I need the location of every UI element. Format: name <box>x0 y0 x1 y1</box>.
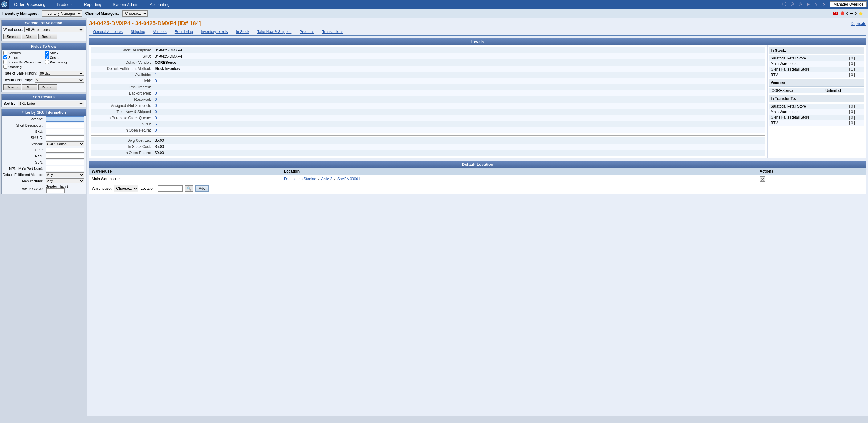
tab-shipping[interactable]: Shipping <box>127 28 149 35</box>
purchasing-checkbox[interactable] <box>45 60 49 64</box>
transfer-saratoga-name: Saratoga Retail Store <box>769 103 848 109</box>
results-select[interactable]: 5 10 25 50 <box>34 78 84 83</box>
minus-circle-icon[interactable]: ⊖ <box>805 1 812 8</box>
notif-count2: 0 <box>855 12 857 15</box>
sort-by-label: Sort By: <box>3 101 17 106</box>
checkbox-status-by-warehouse: Status By Warehouse <box>3 60 42 64</box>
vendors-section: Vendors CORESense Unlimited <box>769 79 864 93</box>
assigned-link[interactable]: 0 <box>155 103 157 108</box>
fields-clear-button[interactable]: Clear <box>22 85 37 90</box>
channel-manager-select[interactable]: Choose... <box>122 10 148 17</box>
sku-input[interactable] <box>45 129 85 134</box>
reserved-link[interactable]: 0 <box>155 97 157 102</box>
top-nav: C Order Processing Products Reporting Sy… <box>0 0 868 9</box>
field-value-po-queue: 0 <box>153 115 765 121</box>
sku-label: SKU: <box>2 128 44 135</box>
backordered-link[interactable]: 0 <box>155 91 157 96</box>
add-location-input[interactable] <box>158 186 183 192</box>
aisle-3-link[interactable]: Aisle 3 <box>321 177 332 181</box>
warehouse-clear-button[interactable]: Clear <box>22 34 37 39</box>
delete-location-icon[interactable]: ✕ <box>760 176 765 182</box>
cogs-prefix: Greater Than $ <box>45 185 68 188</box>
field-value-fulfillment: Stock Inventory <box>153 66 765 72</box>
distribution-staging-link[interactable]: Distribution Staging <box>284 177 316 181</box>
barcode-input[interactable] <box>45 116 85 122</box>
warehouse-btn-row: Search Clear Restore <box>2 33 86 41</box>
cogs-label: Default COGS: <box>2 184 44 194</box>
tab-take-now-shipped[interactable]: Take Now & Shipped <box>253 28 296 35</box>
transfer-rtv: RTV [ 0 ] <box>769 120 864 126</box>
stock-checkbox[interactable] <box>45 51 49 55</box>
in-po-link[interactable]: 6 <box>155 122 157 126</box>
status-by-warehouse-checkbox[interactable] <box>3 60 7 64</box>
vendors-checkbox[interactable] <box>3 51 7 55</box>
tab-in-stock[interactable]: In Stock <box>232 28 253 35</box>
clock-icon[interactable]: ⏱ <box>797 1 804 8</box>
transfer-saratoga: Saratoga Retail Store [ 0 ] <box>769 103 864 109</box>
vendor-filter-select[interactable]: CORESense All <box>45 141 85 147</box>
channel-managers-label: Channel Managers: <box>85 11 119 16</box>
checkbox-costs: Costs <box>45 56 84 60</box>
available-link[interactable]: 1 <box>155 73 157 77</box>
nav-products[interactable]: Products <box>51 0 78 9</box>
info-icon[interactable]: ⓘ <box>781 1 787 8</box>
tab-transactions[interactable]: Transactions <box>318 28 347 35</box>
fields-restore-button[interactable]: Restore <box>38 85 57 90</box>
manufacturer-select[interactable]: Any... <box>45 178 85 183</box>
po-queue-link[interactable]: 0 <box>155 116 157 120</box>
duplicate-link[interactable]: Duplicate <box>851 22 866 26</box>
tab-inventory-levels[interactable]: Inventory Levels <box>197 28 232 35</box>
nav-accounting[interactable]: Accounting <box>144 0 175 9</box>
warehouse-select[interactable]: All Warehouses <box>24 27 84 32</box>
add-warehouse-select[interactable]: Choose... <box>114 185 138 192</box>
fields-search-button[interactable]: Search <box>3 85 21 90</box>
ordering-checkbox[interactable] <box>3 65 7 69</box>
manager-override-button[interactable]: Manager Override <box>830 1 867 7</box>
warehouse-restore-button[interactable]: Restore <box>38 34 57 39</box>
add-location-button[interactable]: Add <box>195 186 209 192</box>
vendor-coresense: CORESense Unlimited <box>769 88 864 93</box>
registered-icon[interactable]: ® <box>789 1 796 8</box>
inventory-manager-select[interactable]: Inventory Manager <box>41 10 82 17</box>
status-checkbox[interactable] <box>3 56 7 60</box>
isbn-input[interactable] <box>45 160 85 165</box>
shelf-a00001-link[interactable]: Shelf A 00001 <box>337 177 360 181</box>
ean-input[interactable] <box>45 154 85 159</box>
sort-by-select[interactable]: SKU Label Short Description Product Name <box>18 101 84 106</box>
fulfillment-select[interactable]: Any... Stock Inventory Drop Ship <box>45 172 85 177</box>
in-open-return-link[interactable]: 0 <box>155 128 157 132</box>
held-link[interactable]: 0 <box>155 79 157 83</box>
costs-checkbox[interactable] <box>45 56 49 60</box>
warehouse-search-button[interactable]: Search <box>3 34 21 39</box>
take-now-link[interactable]: 0 <box>155 110 157 114</box>
location-search-button[interactable]: 🔍 <box>185 186 193 192</box>
purchasing-label: Purchasing <box>50 60 67 64</box>
nav-order-processing[interactable]: Order Processing <box>9 0 51 9</box>
sku-row: SKU: <box>2 128 86 135</box>
location-table-body: Main Warehouse Distribution Staging / Ai… <box>89 175 866 183</box>
add-location-row: Warehouse: Choose... Location: 🔍 Add <box>89 183 866 194</box>
notif-red-icon: 🔴 <box>840 11 845 15</box>
nav-reporting[interactable]: Reporting <box>78 0 107 9</box>
cost-in-stock-value: $5.00 <box>153 143 765 150</box>
mpn-input[interactable] <box>45 166 85 171</box>
warehouse-section-header: Warehouse Selection <box>2 20 86 26</box>
tab-products[interactable]: Products <box>296 28 318 35</box>
field-value-reserved: 0 <box>153 96 765 103</box>
location-table: Warehouse Location Actions Main Warehous… <box>89 168 866 183</box>
tab-vendors[interactable]: Vendors <box>149 28 171 35</box>
tab-reordering[interactable]: Reordering <box>171 28 197 35</box>
sku-id-input[interactable] <box>45 135 85 140</box>
vendors-section-header: Vendors <box>771 81 785 85</box>
checkbox-status: Status <box>3 56 42 60</box>
upc-input[interactable] <box>45 148 85 153</box>
cost-avg-label: Avg Cost Ea.: <box>91 137 153 143</box>
short-desc-input[interactable] <box>45 123 85 128</box>
close-nav-icon[interactable]: ✕ <box>821 1 828 8</box>
rate-select[interactable]: 90 day 30 day 60 day 120 day <box>38 71 84 76</box>
field-label-short-desc: Short Description: <box>91 47 153 53</box>
cogs-input[interactable] <box>46 188 65 193</box>
tab-general-attributes[interactable]: General Attributes <box>89 28 127 35</box>
help-icon[interactable]: ? <box>813 1 819 8</box>
nav-system-admin[interactable]: System Admin <box>107 0 144 9</box>
